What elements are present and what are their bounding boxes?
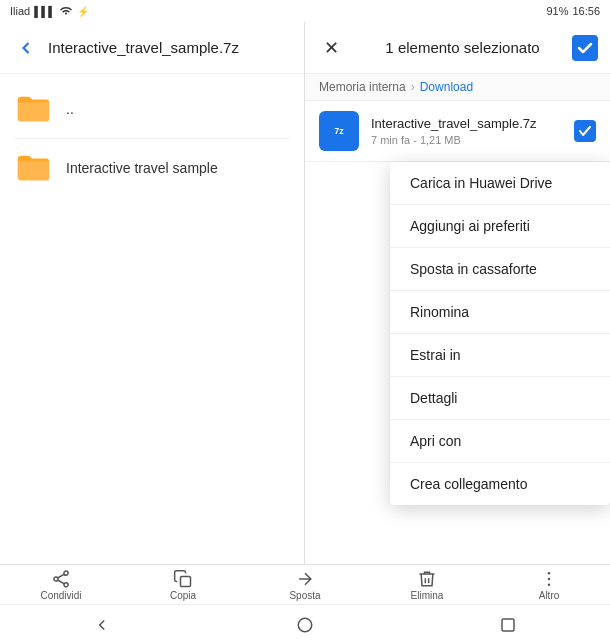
- menu-item-open-with[interactable]: Apri con: [390, 420, 610, 463]
- file-checkbox[interactable]: [574, 120, 596, 142]
- battery-label: 91%: [546, 5, 568, 17]
- menu-item-add-favorites[interactable]: Aggiungi ai preferiti: [390, 205, 610, 248]
- breadcrumb: Memoria interna › Download: [305, 74, 610, 101]
- right-header: ✕ 1 elemento selezionato: [305, 22, 610, 74]
- svg-line-3: [58, 574, 64, 577]
- nav-recents-button[interactable]: [493, 610, 523, 640]
- svg-rect-5: [181, 576, 191, 586]
- close-button[interactable]: ✕: [317, 34, 345, 62]
- toolbar-copy-button[interactable]: Copia: [122, 565, 244, 604]
- left-panel-title: Interactive_travel_sample.7z: [48, 39, 292, 56]
- folder-icon: [14, 90, 52, 128]
- menu-item-extract[interactable]: Estrai in: [390, 334, 610, 377]
- menu-item-create-link[interactable]: Crea collegamento: [390, 463, 610, 505]
- svg-point-8: [548, 583, 551, 586]
- status-left: Iliad ▌▌▌ ⚡: [10, 5, 89, 18]
- time-label: 16:56: [572, 5, 600, 17]
- check-all-button[interactable]: [572, 35, 598, 61]
- toolbar-delete-label: Elimina: [411, 590, 444, 601]
- file-list: .. Interactive travel sample: [0, 74, 304, 604]
- file-info-meta: 7 min fa - 1,21 MB: [371, 134, 574, 146]
- menu-item-details[interactable]: Dettagli: [390, 377, 610, 420]
- toolbar-move-label: Sposta: [289, 590, 320, 601]
- status-right: 91% 16:56: [546, 5, 600, 17]
- nav-bar: [0, 604, 610, 644]
- breadcrumb-current: Download: [420, 80, 473, 94]
- wifi-icon: [59, 5, 73, 18]
- left-panel: Interactive_travel_sample.7z ..: [0, 22, 305, 604]
- carrier-label: Iliad: [10, 5, 30, 17]
- toolbar-share-label: Condividi: [40, 590, 81, 601]
- toolbar-move-button[interactable]: Sposta: [244, 565, 366, 604]
- right-panel: ✕ 1 elemento selezionato Memoria interna…: [305, 22, 610, 604]
- breadcrumb-root: Memoria interna: [319, 80, 406, 94]
- file-name: Interactive travel sample: [66, 160, 218, 176]
- selection-title: 1 elemento selezionato: [353, 39, 572, 56]
- svg-point-6: [548, 571, 551, 574]
- bottom-toolbar: Condividi Copia Sposta Elimina Altro: [0, 564, 610, 604]
- svg-point-0: [64, 571, 68, 575]
- main-layout: Interactive_travel_sample.7z ..: [0, 22, 610, 604]
- breadcrumb-separator: ›: [411, 80, 415, 94]
- nav-home-button[interactable]: [290, 610, 320, 640]
- list-item[interactable]: ..: [0, 80, 304, 138]
- svg-point-7: [548, 577, 551, 580]
- menu-item-rename[interactable]: Rinomina: [390, 291, 610, 334]
- toolbar-more-button[interactable]: Altro: [488, 565, 610, 604]
- nav-back-button[interactable]: [87, 610, 117, 640]
- status-bar: Iliad ▌▌▌ ⚡ 91% 16:56: [0, 0, 610, 22]
- svg-point-9: [298, 618, 312, 632]
- toolbar-more-label: Altro: [539, 590, 560, 601]
- file-name: ..: [66, 101, 74, 117]
- file-type-label: 7z: [334, 127, 344, 136]
- list-item[interactable]: Interactive travel sample: [0, 139, 304, 197]
- menu-item-move-safe[interactable]: Sposta in cassaforte: [390, 248, 610, 291]
- svg-rect-10: [502, 619, 514, 631]
- charging-icon: ⚡: [77, 6, 89, 17]
- selected-file-item[interactable]: 7z Interactive_travel_sample.7z 7 min fa…: [305, 101, 610, 162]
- menu-item-huawei-drive[interactable]: Carica in Huawei Drive: [390, 162, 610, 205]
- mobile-signal-icon: ▌▌▌: [34, 6, 55, 17]
- toolbar-copy-label: Copia: [170, 590, 196, 601]
- toolbar-delete-button[interactable]: Elimina: [366, 565, 488, 604]
- file-info: Interactive_travel_sample.7z 7 min fa - …: [371, 116, 574, 146]
- file-info-name: Interactive_travel_sample.7z: [371, 116, 574, 131]
- svg-line-4: [58, 580, 64, 583]
- context-menu: Carica in Huawei Drive Aggiungi ai prefe…: [390, 162, 610, 505]
- svg-point-2: [64, 582, 68, 586]
- file-icon-7z: 7z: [319, 111, 359, 151]
- folder-icon: [14, 149, 52, 187]
- left-header: Interactive_travel_sample.7z: [0, 22, 304, 74]
- svg-point-1: [54, 576, 58, 580]
- toolbar-share-button[interactable]: Condividi: [0, 565, 122, 604]
- back-button[interactable]: [12, 34, 40, 62]
